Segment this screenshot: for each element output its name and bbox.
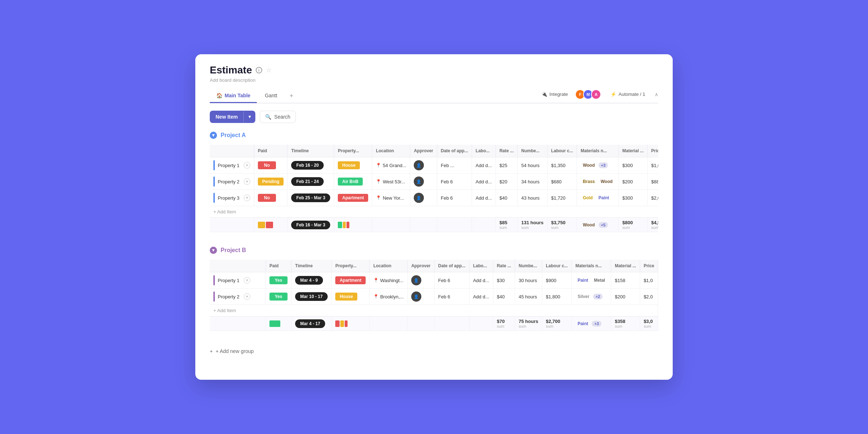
star-icon[interactable]: ☆ bbox=[266, 66, 272, 74]
add-item-row[interactable]: + Add Item bbox=[210, 305, 658, 316]
sum-timeline: Feb 16 - Mar 3 bbox=[291, 221, 330, 229]
summary-materials: Paint +3 bbox=[571, 316, 611, 331]
row-timeline: Feb 16 - 20 bbox=[288, 157, 334, 174]
tab-main-table[interactable]: 🏠 Main Table bbox=[210, 89, 257, 103]
paid-badge: Pending bbox=[258, 178, 284, 186]
col-timeline: Timeline bbox=[288, 145, 334, 157]
add-item-row[interactable]: + Add Item bbox=[210, 206, 658, 218]
summary-rate: $85 sum bbox=[495, 218, 517, 232]
row-number: 54 hours bbox=[518, 157, 547, 174]
row-add-icon[interactable]: + bbox=[244, 195, 250, 201]
row-date: Feb 6 bbox=[437, 190, 472, 206]
search-box[interactable]: 🔍 Search bbox=[260, 111, 295, 123]
summary-labour-cost: $2,700 sum bbox=[542, 316, 572, 331]
row-date: Feb 6 bbox=[437, 174, 472, 190]
sum-material-plus: +5 bbox=[599, 222, 608, 228]
sum-color-block bbox=[335, 320, 340, 327]
timeline-badge: Feb 16 - 20 bbox=[291, 161, 324, 170]
sum-material-plus: +3 bbox=[592, 321, 601, 327]
row-materials: Brass Wood bbox=[577, 174, 618, 190]
add-group-button[interactable]: + + Add new group bbox=[210, 342, 658, 360]
automate-icon: ⚡ bbox=[610, 92, 616, 97]
group-b-collapse[interactable]: ▼ bbox=[210, 247, 217, 254]
page-title: Estimate bbox=[210, 64, 252, 76]
row-materials: Wood +3 bbox=[577, 157, 618, 174]
collapse-button[interactable]: ∧ bbox=[655, 92, 658, 97]
col-labour-cost: Labour c... bbox=[547, 145, 577, 157]
row-name-cell: Property 3 + bbox=[210, 190, 254, 206]
material-tag: Gold bbox=[580, 195, 595, 201]
sum-color-block bbox=[345, 320, 348, 327]
row-stripe bbox=[213, 193, 215, 203]
summary-material-cost: $358 sum bbox=[611, 316, 640, 331]
group-b-title[interactable]: Project B bbox=[221, 247, 246, 254]
integrate-button[interactable]: 🔌 Integrate bbox=[538, 89, 571, 99]
sum-material-tag: Paint bbox=[575, 320, 590, 327]
row-material-cost: $300 bbox=[618, 190, 647, 206]
summary-price: $3,0 sum bbox=[640, 316, 658, 331]
location-text: Brooklyn,... bbox=[380, 294, 404, 299]
summary-labour bbox=[469, 316, 493, 331]
location-pin: 📍 bbox=[373, 278, 379, 283]
sum-color-block bbox=[269, 320, 280, 327]
row-labour: Add d... bbox=[469, 289, 493, 305]
row-stripe bbox=[213, 275, 215, 285]
tab-gantt[interactable]: Gantt bbox=[258, 89, 284, 103]
group-a-table-wrap: Paid Timeline Property... Location Appro… bbox=[210, 145, 658, 232]
location-text: West 53r... bbox=[383, 179, 405, 184]
sum-material-tag: Wood bbox=[580, 222, 597, 228]
paid-badge: Yes bbox=[269, 276, 288, 284]
row-paid: No bbox=[254, 190, 287, 206]
new-item-dropdown-arrow[interactable]: ▼ bbox=[243, 111, 255, 123]
location-pin: 📍 bbox=[376, 163, 381, 168]
row-number: 30 hours bbox=[515, 272, 542, 289]
summary-labour bbox=[472, 218, 496, 232]
row-add-icon[interactable]: + bbox=[244, 293, 250, 300]
row-approver: 👤 bbox=[410, 174, 437, 190]
row-name-cell: Property 2 + bbox=[210, 289, 266, 305]
row-add-icon[interactable]: + bbox=[244, 162, 250, 169]
col-name bbox=[210, 260, 266, 272]
col-name bbox=[210, 145, 254, 157]
group-a-collapse[interactable]: ▼ bbox=[210, 132, 217, 139]
sum-color-block bbox=[346, 222, 349, 228]
timeline-badge: Feb 25 - Mar 3 bbox=[291, 193, 330, 202]
sum-color-block bbox=[338, 222, 342, 228]
property-badge: Air BnB bbox=[338, 178, 363, 186]
search-icon: 🔍 bbox=[265, 114, 271, 120]
row-paid: Yes bbox=[266, 289, 292, 305]
row-approver: 👤 bbox=[408, 289, 434, 305]
board-description[interactable]: Add board description bbox=[210, 77, 658, 83]
col-rate: Rate ... bbox=[493, 260, 515, 272]
avatar-3: A bbox=[591, 89, 601, 99]
row-property: House bbox=[332, 289, 370, 305]
row-add-icon[interactable]: + bbox=[244, 178, 250, 185]
group-b-table-wrap: Paid Timeline Property... Location Appro… bbox=[210, 260, 658, 331]
row-add-icon[interactable]: + bbox=[244, 277, 250, 284]
row-price: $2,0 bbox=[640, 289, 658, 305]
row-labour: Add d... bbox=[472, 190, 496, 206]
col-paid: Paid bbox=[254, 145, 287, 157]
row-name-label: Property 1 bbox=[218, 278, 239, 283]
tab-add-button[interactable]: + bbox=[285, 89, 298, 103]
summary-paid bbox=[266, 316, 292, 331]
row-approver: 👤 bbox=[410, 157, 437, 174]
property-badge: Apartment bbox=[335, 276, 366, 284]
group-a-title[interactable]: Project A bbox=[221, 132, 246, 139]
new-item-button[interactable]: New Item ▼ bbox=[210, 111, 255, 123]
summary-timeline: Feb 16 - Mar 3 bbox=[288, 218, 334, 232]
col-number: Numbe... bbox=[515, 260, 542, 272]
table-row: Property 2 + Pending Feb 21 - 24 Air BnB… bbox=[210, 174, 658, 190]
automate-button[interactable]: ⚡ Automate / 1 bbox=[607, 89, 649, 99]
row-materials: Silver +2 bbox=[571, 289, 611, 305]
summary-name bbox=[210, 218, 254, 232]
summary-location bbox=[370, 316, 408, 331]
add-item-cell[interactable]: + Add Item bbox=[210, 305, 658, 316]
info-icon[interactable]: i bbox=[256, 67, 262, 73]
row-approver: 👤 bbox=[410, 190, 437, 206]
summary-paid bbox=[254, 218, 287, 232]
add-item-cell[interactable]: + Add Item bbox=[210, 206, 658, 218]
app-container: Estimate i ☆ Add board description 🏠 Mai… bbox=[195, 54, 673, 380]
row-labour-cost: $900 bbox=[542, 272, 572, 289]
summary-date bbox=[437, 218, 472, 232]
